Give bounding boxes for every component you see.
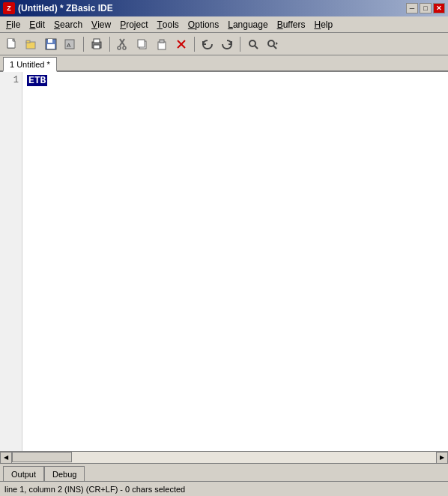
sep3 — [194, 37, 195, 52]
redo-button[interactable] — [218, 36, 236, 52]
status-bar: line 1, column 2 (INS) (CR+LF) - 0 chars… — [0, 481, 448, 496]
app-icon: Z — [3, 2, 15, 14]
svg-point-14 — [123, 46, 126, 49]
title-bar-left: Z (Untitled) * ZBasic IDE — [3, 2, 113, 14]
svg-point-23 — [268, 40, 274, 46]
main-area: 1 ETB ◀ ▶ Output Debug line 1, column 2 — [0, 72, 448, 496]
menu-view[interactable]: View — [87, 17, 115, 32]
line-number-1: 1 — [3, 75, 19, 85]
sep1 — [83, 37, 84, 52]
find-next-button[interactable] — [264, 36, 282, 52]
delete-button[interactable] — [172, 36, 190, 52]
paste-button[interactable] — [153, 36, 171, 52]
editor-wrapper: 1 ETB ◀ ▶ — [0, 72, 448, 463]
menu-buffers[interactable]: Buffers — [273, 17, 310, 32]
undo-button[interactable] — [199, 36, 217, 52]
output-tab[interactable]: Output — [3, 466, 44, 481]
menu-options[interactable]: Options — [184, 17, 223, 32]
menu-search[interactable]: Search — [49, 17, 87, 32]
tab-bar: 1 Untitled * — [0, 55, 448, 72]
editor-content[interactable]: ETB — [22, 72, 448, 451]
menu-edit[interactable]: Edit — [25, 17, 49, 32]
title-bar-buttons: ─ □ ✕ — [406, 3, 445, 13]
svg-line-24 — [273, 46, 276, 49]
keyword-etb: ETB — [27, 75, 47, 86]
scroll-thumb[interactable] — [12, 452, 72, 462]
toolbar: A — [0, 33, 448, 55]
menu-tools[interactable]: Tools — [153, 17, 184, 32]
save-button[interactable] — [42, 36, 60, 52]
sep4 — [240, 37, 240, 52]
svg-rect-9 — [94, 39, 100, 43]
editor-line-1: ETB — [27, 75, 444, 86]
tab-untitled[interactable]: 1 Untitled * — [3, 57, 57, 72]
svg-point-21 — [249, 40, 255, 46]
horizontal-scrollbar[interactable]: ◀ ▶ — [0, 451, 448, 463]
menu-help[interactable]: Help — [309, 17, 337, 32]
bottom-tabs: Output Debug — [0, 463, 448, 481]
cut-button[interactable] — [114, 36, 132, 52]
title-bar: Z (Untitled) * ZBasic IDE ─ □ ✕ — [0, 0, 448, 16]
svg-rect-16 — [138, 40, 145, 47]
svg-rect-10 — [94, 45, 100, 49]
svg-rect-4 — [48, 39, 52, 43]
close-button[interactable]: ✕ — [433, 3, 445, 13]
debug-tab[interactable]: Debug — [44, 466, 85, 481]
line-numbers: 1 — [0, 72, 22, 451]
restore-button[interactable]: □ — [420, 3, 432, 13]
svg-text:A: A — [67, 42, 71, 49]
svg-point-13 — [118, 46, 121, 49]
find-button[interactable] — [244, 36, 262, 52]
print-button[interactable] — [88, 36, 106, 52]
svg-rect-5 — [47, 44, 55, 49]
editor-main: 1 ETB — [0, 72, 448, 451]
new-button[interactable] — [3, 36, 21, 52]
scroll-left-button[interactable]: ◀ — [0, 452, 12, 464]
open-button[interactable] — [22, 36, 40, 52]
window-title: (Untitled) * ZBasic IDE — [18, 3, 113, 13]
menu-file[interactable]: File — [1, 17, 25, 32]
scroll-right-button[interactable]: ▶ — [436, 452, 448, 464]
svg-rect-2 — [26, 40, 30, 43]
minimize-button[interactable]: ─ — [406, 3, 418, 13]
save-as-button[interactable]: A — [61, 36, 79, 52]
menu-bar: File Edit Search View Project Tools Opti… — [0, 16, 448, 33]
menu-language[interactable]: Language — [223, 17, 272, 32]
svg-rect-18 — [160, 40, 164, 43]
scroll-track[interactable] — [12, 452, 436, 463]
status-text: line 1, column 2 (INS) (CR+LF) - 0 chars… — [4, 485, 185, 494]
menu-project[interactable]: Project — [115, 17, 152, 32]
copy-button[interactable] — [133, 36, 151, 52]
sep2 — [109, 37, 110, 52]
svg-line-22 — [255, 46, 258, 49]
